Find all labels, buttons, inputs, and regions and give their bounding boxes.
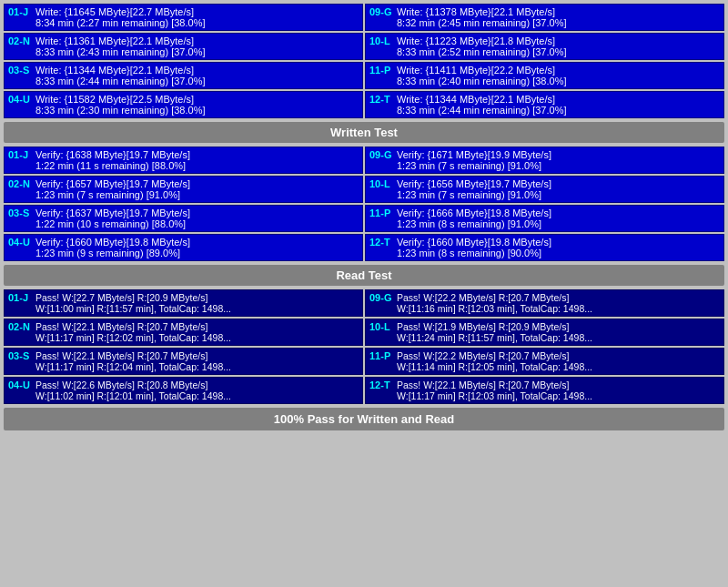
- verify-grid-1: 01-J Verify: {1638 MByte}[19.7 MByte/s] …: [4, 147, 724, 174]
- verify-grid-2: 02-N Verify: {1657 MByte}[19.7 MByte/s] …: [4, 176, 724, 203]
- read-card-04u: 04-U Pass! W:[22.6 MByte/s] R:[20.8 MByt…: [4, 377, 363, 404]
- write-left-col: 01-J Write: {11645 MByte}[22.7 MByte/s] …: [4, 4, 363, 31]
- verify-card-01j: 01-J Verify: {1638 MByte}[19.7 MByte/s] …: [4, 147, 363, 174]
- footer-status: 100% Pass for Written and Read: [4, 408, 724, 430]
- read-card-10l: 10-L Pass! W:[21.9 MByte/s] R:[20.9 MByt…: [365, 319, 724, 346]
- card-text-01j-l2: 8:34 min (2:27 min remaining) [38.0%]: [35, 17, 359, 28]
- write-grid-3: 03-S Write: {11344 MByte}[22.1 MByte/s] …: [4, 62, 724, 89]
- read-right-09g: 09-G Pass! W:[22.2 MByte/s] R:[20.7 MByt…: [365, 289, 724, 317]
- card-text-09g-l1: Write: {11378 MByte}[22.1 MByte/s]: [397, 6, 720, 17]
- verify-card-09g: 09-G Verify: {1671 MByte}[19.9 MByte/s] …: [365, 147, 724, 174]
- read-left-02n: 02-N Pass! W:[22.1 MByte/s] R:[20.7 MByt…: [4, 319, 363, 346]
- verify-right-11p: 11-P Verify: {1666 MByte}[19.8 MByte/s] …: [365, 205, 724, 232]
- write-card-11p: 11-P Write: {11411 MByte}[22.2 MByte/s] …: [365, 62, 724, 89]
- verify-card-03s: 03-S Verify: {1637 MByte}[19.7 MByte/s] …: [4, 205, 363, 232]
- read-card-01j: 01-J Pass! W:[22.7 MByte/s] R:[20.9 MByt…: [4, 289, 363, 317]
- read-card-09g: 09-G Pass! W:[22.2 MByte/s] R:[20.7 MByt…: [365, 289, 724, 317]
- write-grid: 01-J Write: {11645 MByte}[22.7 MByte/s] …: [4, 4, 724, 31]
- read-grid-4: 04-U Pass! W:[22.6 MByte/s] R:[20.8 MByt…: [4, 377, 724, 404]
- write-card-01j: 01-J Write: {11645 MByte}[22.7 MByte/s] …: [4, 4, 363, 31]
- read-right-11p: 11-P Pass! W:[22.2 MByte/s] R:[20.7 MByt…: [365, 348, 724, 375]
- read-card-12t: 12-T Pass! W:[22.1 MByte/s] R:[20.7 MByt…: [365, 377, 724, 404]
- main-container: 01-J Write: {11645 MByte}[22.7 MByte/s] …: [0, 0, 728, 434]
- read-left-01j: 01-J Pass! W:[22.7 MByte/s] R:[20.9 MByt…: [4, 289, 363, 317]
- verify-right-10l: 10-L Verify: {1656 MByte}[19.7 MByte/s] …: [365, 176, 724, 203]
- read-grid-1: 01-J Pass! W:[22.7 MByte/s] R:[20.9 MByt…: [4, 289, 724, 317]
- read-right-12t: 12-T Pass! W:[22.1 MByte/s] R:[20.7 MByt…: [365, 377, 724, 404]
- read-card-02n: 02-N Pass! W:[22.1 MByte/s] R:[20.7 MByt…: [4, 319, 363, 346]
- write-card-09g: 09-G Write: {11378 MByte}[22.1 MByte/s] …: [365, 4, 724, 31]
- write-right-11p: 11-P Write: {11411 MByte}[22.2 MByte/s] …: [365, 62, 724, 89]
- write-right-10l: 10-L Write: {11223 MByte}[21.8 MByte/s] …: [365, 33, 724, 60]
- verify-right-12t: 12-T Verify: {1660 MByte}[19.8 MByte/s] …: [365, 234, 724, 261]
- verify-card-11p: 11-P Verify: {1666 MByte}[19.8 MByte/s] …: [365, 205, 724, 232]
- verify-card-10l: 10-L Verify: {1656 MByte}[19.7 MByte/s] …: [365, 176, 724, 203]
- write-card-04u: 04-U Write: {11582 MByte}[22.5 MByte/s] …: [4, 91, 363, 118]
- verify-left-01j: 01-J Verify: {1638 MByte}[19.7 MByte/s] …: [4, 147, 363, 174]
- verify-left-04u: 04-U Verify: {1660 MByte}[19.8 MByte/s] …: [4, 234, 363, 261]
- read-card-11p: 11-P Pass! W:[22.2 MByte/s] R:[20.7 MByt…: [365, 348, 724, 375]
- verify-card-12t: 12-T Verify: {1660 MByte}[19.8 MByte/s] …: [365, 234, 724, 261]
- verify-section: 01-J Verify: {1638 MByte}[19.7 MByte/s] …: [4, 147, 724, 261]
- read-left-04u: 04-U Pass! W:[22.6 MByte/s] R:[20.8 MByt…: [4, 377, 363, 404]
- read-right-10l: 10-L Pass! W:[21.9 MByte/s] R:[20.9 MByt…: [365, 319, 724, 346]
- verify-grid-3: 03-S Verify: {1637 MByte}[19.7 MByte/s] …: [4, 205, 724, 232]
- write-card-03s: 03-S Write: {11344 MByte}[22.1 MByte/s] …: [4, 62, 363, 89]
- write-card-12t: 12-T Write: {11344 MByte}[22.1 MByte/s] …: [365, 91, 724, 118]
- write-left-04u: 04-U Write: {11582 MByte}[22.5 MByte/s] …: [4, 91, 363, 118]
- write-card-10l: 10-L Write: {11223 MByte}[21.8 MByte/s] …: [365, 33, 724, 60]
- write-card-02n: 02-N Write: {11361 MByte}[22.1 MByte/s] …: [4, 33, 363, 60]
- read-card-03s: 03-S Pass! W:[22.1 MByte/s] R:[20.7 MByt…: [4, 348, 363, 375]
- verify-card-04u: 04-U Verify: {1660 MByte}[19.8 MByte/s] …: [4, 234, 363, 261]
- verify-left-03s: 03-S Verify: {1637 MByte}[19.7 MByte/s] …: [4, 205, 363, 232]
- read-section: 01-J Pass! W:[22.7 MByte/s] R:[20.9 MByt…: [4, 289, 724, 404]
- write-left-02n: 02-N Write: {11361 MByte}[22.1 MByte/s] …: [4, 33, 363, 60]
- write-left-03s: 03-S Write: {11344 MByte}[22.1 MByte/s] …: [4, 62, 363, 89]
- read-test-header: Read Test: [4, 265, 724, 286]
- read-grid-2: 02-N Pass! W:[22.1 MByte/s] R:[20.7 MByt…: [4, 319, 724, 346]
- card-id-01j: 01-J: [8, 6, 34, 17]
- read-left-03s: 03-S Pass! W:[22.1 MByte/s] R:[20.7 MByt…: [4, 348, 363, 375]
- write-right-col-09g: 09-G Write: {11378 MByte}[22.1 MByte/s] …: [365, 4, 724, 31]
- verify-left-02n: 02-N Verify: {1657 MByte}[19.7 MByte/s] …: [4, 176, 363, 203]
- verify-right-09g: 09-G Verify: {1671 MByte}[19.9 MByte/s] …: [365, 147, 724, 174]
- card-id-09g: 09-G: [369, 6, 395, 17]
- written-test-header: Written Test: [4, 122, 724, 143]
- read-grid-3: 03-S Pass! W:[22.1 MByte/s] R:[20.7 MByt…: [4, 348, 724, 375]
- card-text-01j-l1: Write: {11645 MByte}[22.7 MByte/s]: [35, 6, 359, 17]
- write-section: 01-J Write: {11645 MByte}[22.7 MByte/s] …: [4, 4, 724, 118]
- write-right-12t: 12-T Write: {11344 MByte}[22.1 MByte/s] …: [365, 91, 724, 118]
- write-grid-2: 02-N Write: {11361 MByte}[22.1 MByte/s] …: [4, 33, 724, 60]
- verify-card-02n: 02-N Verify: {1657 MByte}[19.7 MByte/s] …: [4, 176, 363, 203]
- write-grid-4: 04-U Write: {11582 MByte}[22.5 MByte/s] …: [4, 91, 724, 118]
- verify-grid-4: 04-U Verify: {1660 MByte}[19.8 MByte/s] …: [4, 234, 724, 261]
- card-text-09g-l2: 8:32 min (2:45 min remaining) [37.0%]: [397, 17, 720, 28]
